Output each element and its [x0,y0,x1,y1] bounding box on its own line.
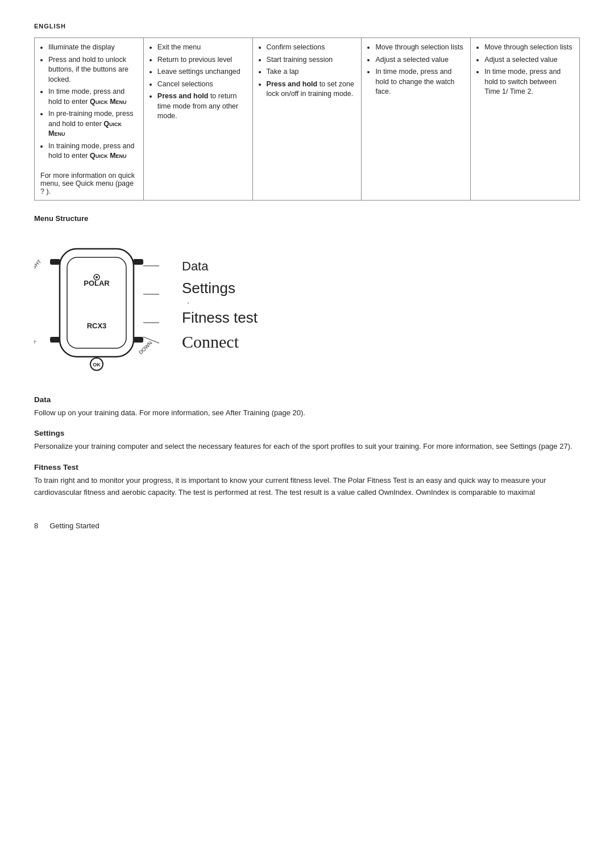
bold-text: Press and hold [157,92,209,100]
list-item: In time mode, press and hold to change t… [375,67,464,97]
fitness-test-section: Fitness Test To train right and to monit… [34,463,580,499]
list-item: Move through selection lists [484,43,574,53]
list-item: Confirm selections [267,43,356,53]
diagram-section: POLAR RCX3 OK LIGHT BACK DOWN [34,232,580,379]
quick-menu-text: Quick Menu [90,152,127,160]
table-col-2: Exit the menu Return to previous level L… [143,38,252,201]
list-item: Adjust a selected value [375,55,464,65]
quick-menu-text: Quick Menu [90,98,127,106]
menu-item-fitness: Fitness test [182,309,258,327]
bold-text: Press and hold [267,80,318,88]
list-item: In pre-training mode, press and hold to … [48,109,138,139]
svg-rect-9 [133,259,143,265]
list-item: Exit the menu [157,43,247,53]
svg-text:LIGHT: LIGHT [34,258,43,273]
list-item: Cancel selections [157,80,247,90]
menu-structure-heading: Menu Structure [34,214,580,223]
settings-body: Personalize your training computer and s… [34,441,580,453]
menu-item-settings: Settings [182,279,258,297]
list-item: Press and hold to return time mode from … [157,91,247,122]
menu-item-data: Data [182,259,258,274]
svg-rect-8 [50,259,60,265]
list-item: Start training session [267,55,356,65]
settings-heading: Settings [34,429,580,437]
data-body: Follow up on your training data. For mor… [34,407,580,419]
table-footer-note: For more information on quick menu, see … [40,172,138,195]
list-item: Illuminate the display [48,43,138,53]
svg-rect-10 [50,337,60,343]
svg-rect-1 [67,257,126,348]
quick-menu-text: Quick Menu [48,120,122,138]
data-section: Data Follow up on your training data. Fo… [34,395,580,419]
svg-point-4 [96,276,98,278]
list-item: In training mode, press and hold to ente… [48,141,138,161]
list-item: Move through selection lists [375,43,464,53]
section-name: Getting Started [49,521,99,530]
button-functions-table: Illuminate the display Press and hold to… [34,37,580,201]
page-number: 8 [34,521,38,530]
svg-text:RCX3: RCX3 [87,322,107,330]
list-item: Press and hold to unlock buttons, if the… [48,55,138,85]
table-col-3: Confirm selections Start training sessio… [252,38,362,201]
table-col-5: Move through selection lists Adjust a se… [471,38,580,201]
list-item: Adjust a selected value [484,55,574,65]
settings-section: Settings Personalize your training compu… [34,429,580,453]
list-item: Leave settings unchanged [157,67,247,77]
svg-rect-0 [60,249,134,357]
fitness-test-body: To train right and to monitor your progr… [34,475,580,499]
table-col-4: Move through selection lists Adjust a se… [362,38,471,201]
language-label: ENGLISH [34,23,580,30]
watch-diagram: POLAR RCX3 OK LIGHT BACK DOWN [34,232,159,379]
page-footer: 8 Getting Started [34,521,580,530]
menu-item-connect: Connect [182,332,258,352]
svg-text:OK: OK [93,362,101,368]
list-item: In time mode, press and hold to enter Qu… [48,87,138,107]
table-col-1: Illuminate the display Press and hold to… [35,38,144,201]
data-heading: Data [34,395,580,404]
list-item: Take a lap [267,67,356,77]
list-item: In time mode, press and hold to switch b… [484,67,574,97]
svg-rect-11 [133,337,143,343]
fitness-test-heading: Fitness Test [34,463,580,471]
svg-text:BACK: BACK [34,331,38,345]
list-item: Return to previous level [157,55,247,65]
list-item: Press and hold to set zone lock on/off i… [267,80,356,99]
